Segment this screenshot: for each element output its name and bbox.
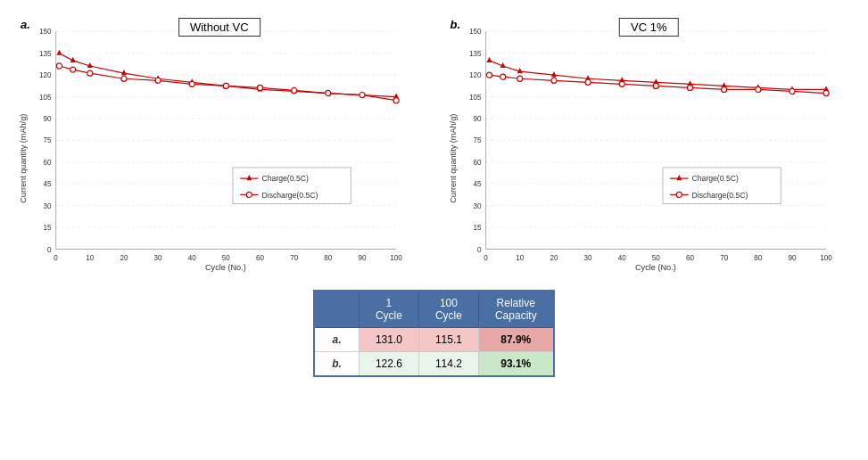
svg-text:50: 50 — [222, 254, 231, 262]
table-cell-a-relative: 87.9% — [478, 328, 553, 352]
svg-text:75: 75 — [473, 136, 482, 144]
svg-point-54 — [223, 83, 228, 88]
table-header-empty — [314, 291, 359, 328]
svg-text:80: 80 — [754, 254, 763, 262]
svg-point-57 — [326, 90, 331, 95]
svg-text:45: 45 — [473, 180, 482, 188]
svg-point-119 — [585, 79, 591, 85]
svg-marker-103 — [486, 57, 492, 62]
svg-text:70: 70 — [290, 254, 299, 262]
svg-text:40: 40 — [188, 254, 197, 262]
svg-point-56 — [292, 87, 297, 93]
svg-text:70: 70 — [720, 254, 729, 262]
svg-text:90: 90 — [358, 254, 367, 262]
svg-text:30: 30 — [583, 254, 592, 262]
chart-a-svg: Current quantity (mAh/g) — [9, 13, 430, 276]
svg-text:30: 30 — [473, 202, 482, 210]
table-cell-b-cycle100: 114.2 — [418, 352, 478, 377]
svg-text:30: 30 — [44, 202, 53, 210]
chart-a-wrapper: Current quantity (mAh/g) — [9, 13, 430, 276]
svg-text:60: 60 — [256, 254, 265, 262]
table-row-b: b. 122.6 114.2 93.1% — [314, 352, 553, 377]
svg-text:Current quantity (mAh/g): Current quantity (mAh/g) — [449, 114, 458, 203]
svg-text:Charge(0.5C): Charge(0.5C) — [691, 174, 738, 183]
chart-a-container: a. Without VC Current quantity (mAh/g) — [4, 9, 434, 281]
svg-text:Current quantity (mAh/g): Current quantity (mAh/g) — [19, 114, 28, 203]
table-header-cycle1: 1 Cycle — [359, 291, 418, 328]
table-header-cycle100: 100 Cycle — [418, 291, 478, 328]
svg-point-51 — [121, 76, 127, 81]
svg-text:0: 0 — [54, 254, 58, 262]
svg-text:10: 10 — [516, 254, 525, 262]
svg-point-123 — [721, 86, 726, 92]
svg-point-50 — [87, 70, 93, 76]
svg-text:20: 20 — [120, 254, 128, 262]
svg-point-121 — [653, 83, 658, 88]
svg-text:0: 0 — [47, 246, 52, 254]
svg-text:90: 90 — [788, 254, 797, 262]
svg-point-48 — [56, 63, 62, 69]
svg-text:Discharge(0.5C): Discharge(0.5C) — [691, 191, 748, 200]
svg-point-126 — [823, 90, 829, 95]
charts-row: a. Without VC Current quantity (mAh/g) — [0, 0, 868, 285]
svg-text:150: 150 — [468, 28, 481, 36]
svg-point-52 — [155, 78, 161, 83]
svg-text:105: 105 — [39, 94, 52, 102]
table-row-a: a. 131.0 115.1 87.9% — [314, 328, 553, 352]
svg-text:135: 135 — [39, 50, 52, 58]
svg-text:0: 0 — [484, 254, 488, 262]
svg-point-118 — [550, 78, 556, 83]
svg-text:135: 135 — [468, 50, 481, 58]
table-cell-a-cycle1: 131.0 — [359, 328, 418, 352]
svg-text:75: 75 — [44, 136, 53, 144]
svg-text:120: 120 — [468, 71, 481, 79]
svg-point-132 — [676, 192, 682, 197]
svg-point-125 — [789, 88, 794, 94]
table-cell-a-label: a. — [314, 328, 359, 352]
svg-text:50: 50 — [651, 254, 660, 262]
svg-text:100: 100 — [820, 254, 832, 262]
svg-text:60: 60 — [473, 159, 482, 167]
data-table: 1 Cycle 100 Cycle Relative Capacity a. — [313, 290, 554, 377]
svg-text:105: 105 — [468, 94, 481, 102]
svg-text:90: 90 — [473, 115, 482, 123]
svg-text:60: 60 — [44, 159, 53, 167]
svg-point-122 — [687, 85, 692, 90]
svg-point-120 — [619, 81, 624, 86]
chart-b-container: b. VC 1% Current quantity (mAh/g) — [434, 9, 864, 281]
svg-point-65 — [246, 192, 252, 197]
svg-point-124 — [755, 86, 760, 92]
svg-text:Discharge(0.5C): Discharge(0.5C) — [262, 191, 318, 200]
svg-marker-106 — [550, 71, 556, 77]
table-cell-b-cycle1: 122.6 — [359, 352, 418, 377]
svg-point-59 — [393, 98, 399, 103]
table-cell-b-label: b. — [314, 352, 359, 377]
svg-text:Charge(0.5C): Charge(0.5C) — [262, 174, 309, 183]
table-header-relative: Relative Capacity — [478, 291, 553, 328]
svg-text:15: 15 — [473, 224, 482, 232]
chart-b-svg: Current quantity (mAh/g) — [439, 13, 860, 276]
table-cell-a-cycle100: 115.1 — [418, 328, 478, 352]
main-container: a. Without VC Current quantity (mAh/g) — [0, 0, 868, 460]
svg-text:120: 120 — [39, 71, 52, 79]
svg-point-115 — [486, 72, 492, 78]
svg-text:80: 80 — [324, 254, 333, 262]
svg-text:Cycle (No.): Cycle (No.) — [635, 263, 676, 272]
bottom-section: 1 Cycle 100 Cycle Relative Capacity a. — [0, 285, 868, 382]
svg-text:0: 0 — [477, 246, 482, 254]
svg-point-49 — [70, 67, 76, 72]
svg-point-55 — [257, 85, 262, 90]
svg-point-53 — [189, 81, 194, 86]
svg-text:150: 150 — [39, 28, 52, 36]
svg-text:Cycle (No.): Cycle (No.) — [205, 263, 246, 272]
svg-text:45: 45 — [44, 180, 53, 188]
svg-text:40: 40 — [617, 254, 626, 262]
svg-text:20: 20 — [550, 254, 558, 262]
svg-point-116 — [500, 74, 505, 79]
svg-text:10: 10 — [86, 254, 95, 262]
svg-text:60: 60 — [686, 254, 695, 262]
svg-text:30: 30 — [154, 254, 163, 262]
svg-marker-36 — [56, 50, 62, 55]
chart-b-wrapper: Current quantity (mAh/g) — [439, 13, 860, 276]
svg-text:15: 15 — [44, 224, 53, 232]
